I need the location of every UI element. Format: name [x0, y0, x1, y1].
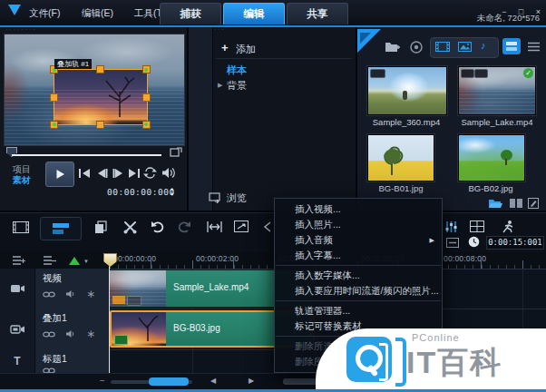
duration-field[interactable]: 0:00:15:001 [486, 236, 544, 250]
timeline-ruler[interactable]: ▼ 00:00:00:00 00:00:02:00 00:00:04:00 00… [0, 252, 546, 270]
menu-item-insert-timelapse-photo[interactable]: 插入要应用时间流逝/频闪的照片... [275, 283, 442, 299]
tab-edit[interactable]: 编辑 [223, 3, 285, 24]
enlarge-preview-icon[interactable] [170, 147, 182, 158]
next-frame-button[interactable] [112, 168, 124, 179]
menu-item-insert-video[interactable]: 插入视频... [275, 201, 442, 217]
title-bar: 文件(F) 编辑(E) 工具(T) 捕获 编辑 共享 − □ × 未命名, 72… [0, 0, 546, 27]
preview-overlay-clip[interactable] [54, 69, 148, 125]
duration-clock-icon[interactable] [468, 236, 480, 248]
resize-handle[interactable] [50, 121, 58, 129]
grid-view-icon[interactable] [510, 199, 522, 208]
overlay-track-icon[interactable] [0, 309, 35, 349]
storyboard-view-icon[interactable] [13, 221, 29, 233]
chevron-right-icon[interactable]: ▶ [218, 82, 222, 89]
track-mute-icon[interactable] [65, 289, 76, 299]
marker-dropdown-icon[interactable]: ▼ [83, 259, 89, 264]
edit-clip-icon[interactable] [528, 198, 539, 209]
track-options-icon[interactable]: ∗ [86, 288, 95, 300]
interval-icon[interactable] [446, 238, 459, 248]
clip-thumbnail-sample360[interactable] [367, 66, 447, 115]
library-folder-background[interactable]: 背景 [227, 79, 247, 93]
scrubber-track[interactable] [12, 154, 161, 156]
preview-video-area[interactable]: 叠加轨 #1 [4, 34, 185, 146]
browse-icon[interactable] [209, 192, 222, 203]
timeline-view-icon[interactable] [40, 217, 82, 240]
menu-item-insert-photo[interactable]: 插入照片... [275, 217, 442, 232]
add-marker-icon[interactable] [69, 257, 80, 265]
preview-timecode[interactable]: 00:00:00:000 [107, 187, 175, 197]
track-mute-icon[interactable] [65, 329, 76, 338]
copy-icon[interactable] [94, 220, 107, 234]
filter-photos-icon[interactable] [458, 42, 472, 52]
resize-handle[interactable] [96, 65, 104, 74]
media-360-badge [370, 69, 385, 78]
video-track-icon[interactable] [0, 269, 35, 309]
home-button[interactable] [78, 168, 91, 179]
ripple-link-icon[interactable] [43, 330, 55, 338]
subtitle-editor-icon[interactable] [470, 220, 484, 232]
rotate-handle[interactable] [53, 122, 56, 126]
zoom-out-icon[interactable]: − [100, 376, 105, 386]
resize-handle[interactable] [50, 93, 58, 102]
clip-thumbnail-bgb01[interactable] [367, 134, 434, 181]
menu-item-insert-audio[interactable]: 插入音频▶ [275, 232, 442, 248]
ripple-link-icon[interactable] [43, 290, 55, 299]
repeat-icon[interactable] [143, 167, 157, 179]
title-track-header[interactable]: 标题1 [35, 349, 110, 373]
track-options-icon[interactable]: ∗ [86, 328, 95, 340]
record-option-icon[interactable] [410, 41, 423, 54]
undo-icon[interactable] [151, 220, 164, 233]
scroll-right-icon[interactable]: ▶ [249, 377, 254, 385]
redo-icon[interactable] [178, 220, 191, 233]
sound-mixer-icon[interactable] [444, 220, 458, 233]
zoom-slider-handle[interactable] [149, 377, 189, 386]
folder-view-icon[interactable] [488, 198, 503, 209]
filter-audio-icon[interactable]: ♪ [481, 40, 486, 51]
end-button[interactable] [128, 168, 141, 179]
play-button[interactable] [45, 162, 74, 187]
fit-project-icon[interactable] [207, 221, 222, 232]
menu-item-insert-subtitle[interactable]: 插入字幕... [275, 248, 442, 263]
tools-icon[interactable] [123, 220, 137, 234]
overlay-track-header[interactable]: 叠加1 ∗ [35, 309, 110, 349]
ruler-label: 00:00:02:00 [196, 254, 239, 263]
resize-handle[interactable] [96, 121, 104, 129]
panel-grip: ········ [5, 28, 37, 32]
add-folder-button[interactable]: 添加 [236, 43, 256, 56]
video-track-header[interactable]: 视频 ∗ [35, 269, 110, 309]
list-view-icon[interactable] [528, 42, 540, 52]
show-all-tracks-icon[interactable] [12, 255, 25, 266]
import-media-icon[interactable] [385, 41, 400, 53]
chapter-point-icon[interactable] [263, 221, 272, 232]
rotate-handle[interactable] [144, 68, 148, 72]
timecode-spinner[interactable]: ▲▼ [170, 186, 174, 197]
resize-frame-icon[interactable] [234, 220, 249, 232]
playhead-line[interactable] [109, 265, 110, 373]
track-height-icon[interactable] [43, 255, 56, 266]
motion-tracking-icon[interactable] [501, 220, 515, 233]
title-track-icon[interactable]: T [0, 349, 35, 373]
mode-clip-label[interactable]: 素材 [13, 174, 31, 187]
clip-thumbnail-samplelake[interactable]: ✓ [458, 66, 536, 115]
library-folder-sample[interactable]: 样本 [227, 64, 247, 77]
menu-edit[interactable]: 编辑(E) [82, 7, 113, 20]
preview-panel: ········ 叠加轨 #1 [0, 27, 187, 211]
clip-thumbnail-bgb02[interactable] [458, 134, 525, 181]
tab-capture[interactable]: 捕获 [160, 3, 221, 24]
browse-button[interactable]: 浏览 [227, 191, 247, 205]
scroll-left-icon[interactable]: ◀ [210, 377, 216, 385]
resize-handle[interactable] [142, 93, 151, 102]
menu-item-track-manager[interactable]: 轨道管理器... [275, 303, 442, 318]
volume-icon[interactable] [161, 167, 176, 179]
tab-share[interactable]: 共享 [287, 3, 348, 24]
view-thumbnail-icon[interactable] [502, 38, 521, 54]
previous-frame-button[interactable] [96, 168, 108, 179]
menu-item-insert-digital-media[interactable]: 插入数字媒体... [275, 268, 442, 283]
menu-file[interactable]: 文件(F) [29, 7, 60, 20]
resize-handle[interactable] [142, 121, 151, 129]
rotate-handle[interactable] [144, 122, 148, 126]
logo-bracket [395, 338, 406, 387]
add-plus-icon[interactable]: + [221, 41, 229, 54]
document-title: 未命名, 720*576 [477, 13, 540, 24]
filter-videos-icon[interactable] [435, 42, 450, 52]
